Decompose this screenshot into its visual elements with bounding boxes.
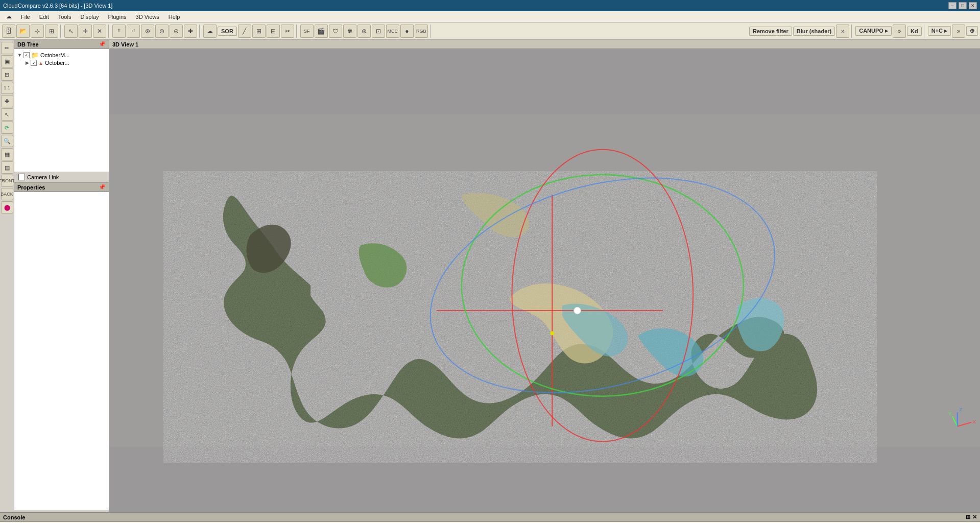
view-3d-header: 3D View 1 (109, 40, 980, 49)
svg-text:Z: Z (960, 407, 963, 412)
menu-edit[interactable]: Edit (35, 13, 53, 21)
tb-expand-nc[interactable]: » (952, 25, 965, 38)
tree-mesh-expand: ▶ (26, 60, 29, 65)
svg-point-3 (574, 307, 581, 314)
properties-header: Properties 📌 (14, 183, 109, 192)
lt-color-button[interactable]: ⬤ (1, 201, 13, 213)
lt-pointer-button[interactable]: ↖ (1, 108, 13, 121)
canvas-area[interactable]: X Y Z (109, 49, 980, 512)
toolbar: 🗄 📂 ⊹ ⊞ ↖ ✛ ✕ ⠿ ⠾ ⊛ ⊜ ⊝ ✚ ☁ SOR ╱ ⊞ ⊟ ✂ … (0, 22, 980, 40)
tb-cloud-button[interactable]: ☁ (203, 25, 217, 38)
console-close-icon[interactable]: ✕ (972, 514, 977, 520)
console-panel: Console ⊞ ✕ [17:04:41] [OBJ] 1 mesh load… (0, 512, 980, 523)
lt-zoom-fit-button[interactable]: 1:1 (1, 82, 13, 94)
lt-grid-button[interactable]: ⊞ (1, 68, 13, 81)
camera-link-checkbox[interactable] (18, 174, 25, 180)
tb-scalar-button[interactable]: ⊞ (252, 25, 266, 38)
tb-new-button[interactable]: 🗄 (2, 25, 15, 38)
tb-seg-button[interactable]: ⊝ (170, 25, 183, 38)
tb-sphere-button[interactable]: ● (400, 25, 414, 38)
tb-separator-3 (199, 25, 201, 38)
tree-item-group[interactable]: ▼ ✓ 📁 OctoberM... (16, 51, 107, 59)
menu-tools[interactable]: Tools (54, 13, 76, 21)
title-bar-buttons: – □ ✕ (948, 2, 977, 9)
db-tree-content[interactable]: ▼ ✓ 📁 OctoberM... ▶ ✓ ▲ October... (14, 49, 109, 172)
left-sidebar: DB Tree 📌 ▼ ✓ 📁 OctoberM... ▶ ✓ ▲ Octobe… (14, 40, 109, 512)
tb-sample-button[interactable]: ⠿ (112, 25, 126, 38)
db-tree-pin-icon[interactable]: 📌 (99, 41, 106, 47)
menu-plugins[interactable]: Plugins (104, 13, 130, 21)
tb-sor-button[interactable]: SOR (218, 27, 237, 36)
left-toolbar: ✏ ▣ ⊞ 1:1 ✚ ↖ ⟳ 🔍 ▦ ▤ FRONT BACK ⬤ (0, 40, 14, 512)
properties-pin-icon[interactable]: 📌 (99, 184, 106, 191)
console-expand-icon[interactable]: ⊞ (966, 514, 970, 520)
menu-3dviews[interactable]: 3D Views (132, 13, 163, 21)
minimize-button[interactable]: – (948, 2, 957, 9)
mesh-visualization: X Y Z (109, 49, 980, 512)
lt-select-button[interactable]: ▣ (1, 55, 13, 67)
nc-button[interactable]: N+C ▸ (928, 26, 951, 36)
tb-subsample-button[interactable]: ⠾ (127, 25, 140, 38)
menu-help[interactable]: Help (164, 13, 184, 21)
canupo-button[interactable]: CANUPO ▸ (855, 26, 892, 36)
menu-icon[interactable]: ☁ (2, 12, 16, 21)
lt-zoom-button[interactable]: 🔍 (1, 135, 13, 147)
tb-pick-button[interactable]: ⊹ (31, 25, 44, 38)
tree-group-label: OctoberM... (40, 52, 69, 58)
tb-normals-button[interactable]: ⊡ (372, 25, 385, 38)
main-area: ✏ ▣ ⊞ 1:1 ✚ ↖ ⟳ 🔍 ▦ ▤ FRONT BACK ⬤ DB Tr… (0, 40, 980, 512)
menu-display[interactable]: Display (76, 13, 103, 21)
view-3d[interactable]: 3D View 1 (109, 40, 980, 512)
tb-film-button[interactable]: 🎬 (315, 25, 328, 38)
lt-add-button[interactable]: ✚ (1, 95, 13, 107)
tb-expand-shader[interactable]: » (836, 25, 849, 38)
tb-select-button[interactable]: ↖ (64, 25, 78, 38)
tb-expand-canupo[interactable]: » (893, 25, 906, 38)
lt-layers-button[interactable]: ▦ (1, 148, 13, 160)
tb-delete-button[interactable]: ✕ (93, 25, 106, 38)
tb-shield-button[interactable]: 🛡 (329, 25, 342, 38)
blur-shader-button[interactable]: Blur (shader) (793, 27, 835, 36)
tb-cloud2-button[interactable]: ⊛ (357, 25, 371, 38)
close-button[interactable]: ✕ (969, 2, 977, 9)
lt-table-button[interactable]: ▤ (1, 161, 13, 174)
tb-rgb-button[interactable]: RGB (415, 25, 428, 38)
console-header: Console ⊞ ✕ (0, 513, 980, 522)
tb-cut-button[interactable]: ✂ (281, 25, 294, 38)
tb-open-button[interactable]: 📂 (16, 25, 30, 38)
tb-split-button[interactable]: ⊟ (267, 25, 280, 38)
tb-msr-button[interactable]: MCC (386, 25, 399, 38)
properties-panel: Properties 📌 (14, 183, 109, 512)
tb-lasso-button[interactable]: ✾ (343, 25, 356, 38)
tb-translate-button[interactable]: ✛ (79, 25, 92, 38)
tb-separator-5 (430, 25, 432, 38)
tb-cross-button[interactable]: ✚ (184, 25, 197, 38)
title-bar: CloudCompare v2.6.3 [64 bits] - [3D View… (0, 0, 980, 11)
end-button[interactable]: ⊕ (966, 26, 978, 36)
tb-sf-button[interactable]: SF (300, 25, 314, 38)
tb-grid-button[interactable]: ⊞ (45, 25, 58, 38)
tree-item-mesh[interactable]: ▶ ✓ ▲ October... (25, 59, 107, 66)
tb-separator-1 (60, 25, 62, 38)
lt-edit-button[interactable]: ✏ (1, 42, 13, 54)
view-3d-title: 3D View 1 (112, 41, 138, 47)
camera-link-container: Camera Link (14, 172, 109, 182)
tb-icp-button[interactable]: ⊜ (155, 25, 169, 38)
tree-checkbox-mesh[interactable]: ✓ (31, 60, 37, 66)
menu-file[interactable]: File (17, 13, 34, 21)
lt-front-button[interactable]: FRONT (1, 175, 13, 187)
lt-rotate-button[interactable]: ⟳ (1, 122, 13, 134)
camera-link-label: Camera Link (27, 174, 59, 180)
tree-checkbox-group[interactable]: ✓ (23, 52, 30, 58)
restore-button[interactable]: □ (959, 2, 967, 9)
folder-icon: 📁 (31, 52, 39, 59)
tb-match-button[interactable]: ⊛ (141, 25, 154, 38)
app-title: CloudCompare v2.6.3 [64 bits] - [3D View… (3, 3, 112, 9)
remove-filter-button[interactable]: Remove filter (749, 27, 792, 36)
menu-bar: ☁ File Edit Tools Display Plugins 3D Vie… (0, 11, 980, 22)
tb-separator-7 (924, 25, 926, 38)
tb-separator-2 (108, 25, 110, 38)
kd-button[interactable]: Kd (907, 27, 922, 36)
tb-line-button[interactable]: ╱ (238, 25, 251, 38)
lt-back-button[interactable]: BACK (1, 188, 13, 200)
